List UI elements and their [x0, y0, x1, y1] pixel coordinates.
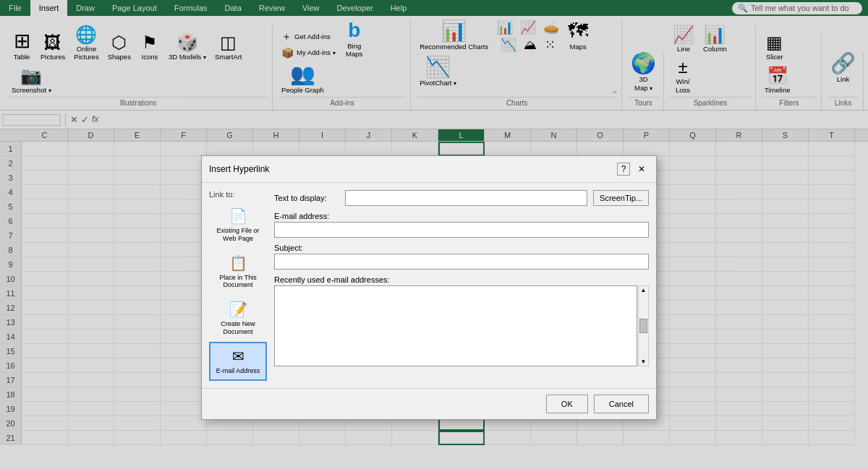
place-document-label: Place in This Document — [213, 274, 263, 290]
sidebar-existing-file[interactable]: 📄 Existing File or Web Page — [209, 202, 267, 249]
email-address-label: E-mail Address — [216, 367, 260, 375]
link-to-label: Link to: — [209, 190, 267, 199]
recently-used-label: Recently used e-mail addresses: — [274, 275, 649, 284]
sidebar-links: 📄 Existing File or Web Page 📋 Place in T… — [209, 202, 267, 381]
screentip-button[interactable]: ScreenTip... — [593, 190, 649, 206]
dialog-sidebar: Link to: 📄 Existing File or Web Page 📋 P… — [209, 190, 267, 381]
create-new-icon: 📝 — [229, 301, 247, 318]
scroll-up-button[interactable]: ▲ — [641, 287, 647, 293]
dialog-form: Text to display: ScreenTip... E-mail add… — [267, 190, 649, 381]
dialog-titlebar: Insert Hyperlink ? ✕ — [202, 156, 656, 183]
insert-hyperlink-dialog: Insert Hyperlink ? ✕ Link to: 📄 Existing… — [201, 155, 657, 420]
create-new-label: Create New Document — [213, 320, 263, 336]
subject-section-label: Subject: — [274, 244, 649, 252]
subject-section: Subject: — [274, 244, 649, 270]
recently-used-wrapper: ▲ ▼ — [274, 285, 649, 368]
existing-file-label: Existing File or Web Page — [213, 227, 263, 243]
dialog-controls: ? ✕ — [617, 162, 649, 176]
sidebar-place-document[interactable]: 📋 Place in This Document — [209, 249, 267, 296]
cancel-button[interactable]: Cancel — [594, 395, 649, 413]
existing-file-icon: 📄 — [229, 207, 247, 225]
scrollbar[interactable]: ▲ ▼ — [638, 285, 649, 366]
dialog-footer: OK Cancel — [202, 388, 656, 419]
subject-input[interactable] — [274, 254, 649, 270]
text-display-row: Text to display: ScreenTip... — [274, 190, 649, 206]
dialog-close-button[interactable]: ✕ — [634, 162, 649, 176]
sidebar-email-address[interactable]: ✉ E-mail Address — [209, 342, 267, 381]
email-address-section: E-mail address: — [274, 212, 649, 238]
scroll-thumb — [639, 319, 647, 333]
dialog-body: Link to: 📄 Existing File or Web Page 📋 P… — [202, 183, 656, 388]
scroll-down-button[interactable]: ▼ — [641, 358, 647, 365]
recently-used-section: Recently used e-mail addresses: ▲ ▼ — [274, 275, 649, 368]
modal-overlay: Insert Hyperlink ? ✕ Link to: 📄 Existing… — [0, 0, 868, 469]
ok-button[interactable]: OK — [546, 395, 588, 413]
sidebar-create-new[interactable]: 📝 Create New Document — [209, 295, 267, 342]
place-document-icon: 📋 — [229, 254, 247, 272]
email-address-input[interactable] — [274, 222, 649, 238]
text-to-display-input[interactable] — [345, 190, 587, 206]
recently-used-textarea[interactable] — [274, 285, 637, 366]
dialog-title: Insert Hyperlink — [209, 164, 269, 174]
dialog-help-button[interactable]: ? — [617, 163, 630, 176]
email-address-icon: ✉ — [232, 348, 244, 365]
email-address-section-label: E-mail address: — [274, 212, 649, 220]
text-to-display-label: Text to display: — [274, 194, 339, 202]
